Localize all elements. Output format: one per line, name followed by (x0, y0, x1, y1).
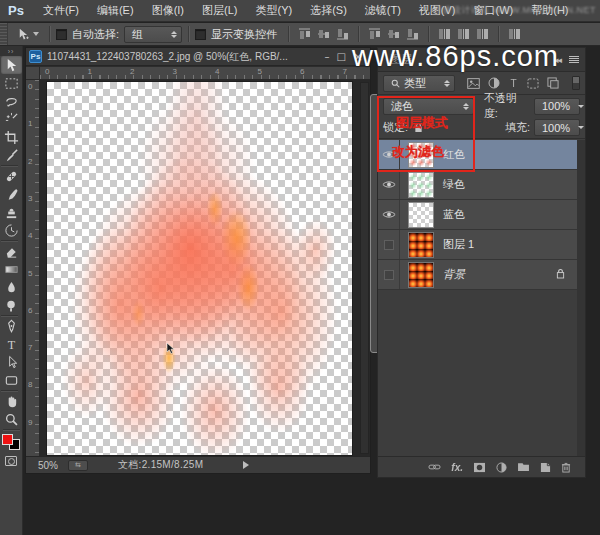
quick-mask-icon[interactable] (5, 456, 17, 466)
move-cursor-icon (166, 343, 175, 356)
type-tool[interactable]: T (1, 335, 22, 353)
layer-name[interactable]: 背景 (443, 267, 465, 282)
toolbar-separator (1, 165, 18, 166)
crop-tool[interactable] (1, 128, 22, 146)
ruler-v-number: 2 (28, 157, 32, 166)
auto-select-checkbox[interactable] (56, 29, 67, 40)
maximize-icon[interactable]: □ (336, 52, 345, 62)
fill-dropdown[interactable]: 100% (534, 119, 580, 136)
show-transform-checkbox[interactable] (195, 29, 206, 40)
brush-tool[interactable] (1, 185, 22, 203)
dodge-tool[interactable] (1, 296, 22, 314)
panel-menu-icon[interactable] (569, 56, 579, 63)
canvas[interactable] (47, 82, 352, 455)
zoom-level[interactable]: 50% (26, 460, 68, 471)
filter-toggle-icon[interactable] (572, 76, 580, 90)
status-menu-arrow-icon[interactable] (243, 461, 249, 469)
layer-style-icon[interactable]: fx. (451, 462, 463, 473)
shape-tool[interactable] (1, 371, 22, 389)
auto-select-dropdown[interactable]: 组 (124, 26, 182, 43)
current-tool-preset[interactable] (8, 28, 43, 41)
menu-item-3[interactable]: 图层(L) (193, 3, 246, 18)
add-mask-icon[interactable] (473, 462, 486, 473)
gradient-tool[interactable] (1, 260, 22, 278)
filter-type-dropdown[interactable]: 类型 (383, 75, 455, 92)
filter-type-layers-icon[interactable]: T (508, 78, 519, 89)
filter-smart-object-icon[interactable] (547, 77, 559, 89)
layer-thumbnail[interactable] (408, 232, 434, 258)
distribute-vcenter-icon[interactable] (456, 27, 471, 41)
menu-item-0[interactable]: 文件(F) (34, 3, 88, 18)
pen-tool[interactable] (1, 317, 22, 335)
new-layer-icon[interactable] (540, 462, 551, 473)
distribute-group-icon[interactable] (507, 27, 522, 41)
align-hcenter-icon[interactable] (386, 27, 401, 41)
layer-thumbnail[interactable] (408, 172, 434, 198)
clone-stamp-tool[interactable] (1, 203, 22, 221)
layer-row-2[interactable]: 蓝色 (378, 200, 579, 230)
ruler-v-number: 3 (28, 194, 32, 203)
filter-shape-layers-icon[interactable] (527, 78, 539, 89)
spot-healing-tool-icon (4, 169, 19, 184)
eye-icon[interactable] (378, 200, 400, 229)
vertical-ruler: 01234567891 (26, 80, 40, 456)
distribute-bottom-icon[interactable] (475, 27, 490, 41)
hand-tool[interactable] (1, 392, 22, 410)
eye-icon[interactable] (378, 170, 400, 199)
align-bottom-edges-icon[interactable] (335, 27, 350, 41)
document-titlebar[interactable]: Ps 11074431_122403780263_2.jpg @ 50%(红色,… (26, 48, 370, 66)
history-brush-tool[interactable] (1, 221, 22, 239)
layer-name[interactable]: 蓝色 (443, 207, 465, 222)
eraser-tool[interactable] (1, 242, 22, 260)
eye-toggle-empty[interactable] (378, 260, 400, 289)
align-vcenter-icon[interactable] (316, 27, 331, 41)
layer-row-1[interactable]: 绿色 (378, 170, 579, 200)
toolbar-separator (1, 390, 18, 391)
fill-label: 填充: (505, 120, 530, 135)
distribute-top-icon[interactable] (437, 27, 452, 41)
layer-name[interactable]: 图层 1 (443, 237, 474, 252)
filter-adjustment-layers-icon[interactable] (488, 77, 500, 89)
spot-healing-tool[interactable] (1, 167, 22, 185)
align-right-edges-icon[interactable] (405, 27, 420, 41)
status-arrows-icon[interactable]: ⇆ (68, 460, 88, 471)
layer-row-4[interactable]: 背景 (378, 260, 579, 290)
eye-toggle-empty[interactable] (378, 230, 400, 259)
layer-thumbnail[interactable] (408, 262, 434, 288)
adjustment-layer-icon[interactable] (496, 462, 507, 473)
blur-tool[interactable] (1, 278, 22, 296)
align-left-edges-icon[interactable] (367, 27, 382, 41)
document-window: Ps 11074431_122403780263_2.jpg @ 50%(红色,… (25, 47, 371, 474)
filter-pixel-layers-icon[interactable] (467, 78, 480, 89)
magic-wand-tool[interactable] (1, 110, 22, 128)
new-group-icon[interactable] (517, 462, 530, 472)
delete-layer-icon[interactable] (561, 462, 571, 473)
color-swatches[interactable] (2, 434, 20, 450)
opacity-dropdown[interactable]: 100% (534, 98, 580, 115)
layer-row-3[interactable]: 图层 1 (378, 230, 579, 260)
toolbar-collapse-icon[interactable]: ›› (0, 46, 22, 56)
link-layers-icon[interactable] (428, 463, 441, 471)
ruler-v-number: 5 (28, 269, 32, 278)
zoom-tool[interactable] (1, 410, 22, 428)
marquee-tool[interactable] (1, 74, 22, 92)
menu-item-5[interactable]: 选择(S) (301, 3, 356, 18)
foreground-color-swatch[interactable] (2, 434, 13, 445)
menu-item-4[interactable]: 类型(Y) (246, 3, 301, 18)
eyedropper-tool[interactable] (1, 146, 22, 164)
minimize-icon[interactable]: – (324, 52, 329, 62)
lasso-tool[interactable] (1, 92, 22, 110)
options-grip[interactable] (0, 23, 8, 45)
document-ps-icon: Ps (29, 50, 42, 63)
menu-item-2[interactable]: 图像(I) (143, 3, 193, 18)
panel-scroll-strip[interactable] (577, 140, 585, 456)
menu-item-6[interactable]: 滤镜(T) (356, 3, 410, 18)
ruler-v-number: 1 (28, 119, 32, 128)
move-tool[interactable] (1, 56, 22, 74)
path-select-tool[interactable] (1, 353, 22, 371)
layer-name[interactable]: 绿色 (443, 177, 465, 192)
menu-item-1[interactable]: 编辑(E) (88, 3, 143, 18)
vertical-scrollbar[interactable] (360, 82, 369, 454)
align-top-edges-icon[interactable] (297, 27, 312, 41)
layer-thumbnail[interactable] (408, 202, 434, 228)
